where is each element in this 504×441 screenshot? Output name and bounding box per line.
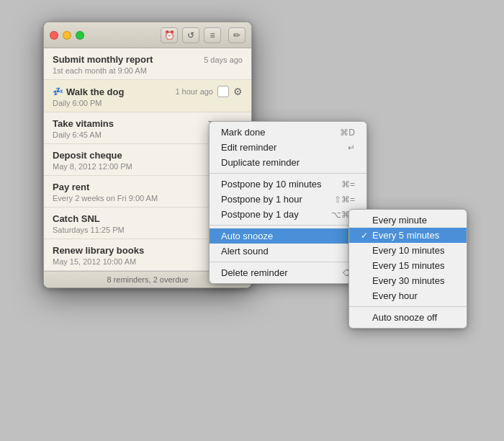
reminder-title: Catch SNL: [53, 213, 100, 224]
reminder-sub-walk: Daily 6:00 PM: [53, 99, 243, 107]
reminder-title: Renew library books: [53, 245, 144, 256]
menu-item-label: Postpone by 1 day: [221, 209, 299, 220]
auto-snooze-submenu: Every minute ✓ Every 5 minutes Every 10 …: [348, 209, 467, 329]
submenu-item-label: Every hour: [372, 290, 418, 301]
menu-separator-2: [210, 225, 366, 226]
clock-icon: ⏰: [164, 30, 175, 40]
menu-separator-1: [210, 173, 366, 174]
menu-item-label: Mark done: [221, 127, 265, 138]
submenu-item-label: Every 10 minutes: [372, 245, 444, 256]
submenu-item-auto-snooze-off[interactable]: Auto snooze off: [349, 310, 467, 325]
menu-item-delete-reminder[interactable]: Delete reminder ⌫: [210, 265, 366, 280]
submenu-item-label: Every 15 minutes: [372, 260, 444, 271]
menu-item-label: Edit reminder: [221, 142, 276, 153]
clock-icon-btn[interactable]: ⏰: [161, 27, 178, 43]
refresh-icon-btn[interactable]: ↺: [182, 27, 199, 43]
menu-item-shortcut: ⇧⌘=: [334, 195, 355, 205]
submenu-item-label: Every 30 minutes: [372, 275, 444, 286]
submenu-item-every-15-minutes[interactable]: Every 15 minutes: [349, 258, 467, 273]
reminder-title: Submit monthly report: [53, 54, 153, 65]
minimize-button[interactable]: [63, 31, 71, 40]
menu-item-label: Duplicate reminder: [221, 157, 300, 168]
title-bar: ⏰ ↺ ≡ ✏: [44, 22, 251, 48]
menu-item-edit-reminder[interactable]: Edit reminder ↵: [210, 140, 366, 155]
menu-item-postpone-1hr[interactable]: Postpone by 1 hour ⇧⌘=: [210, 192, 366, 207]
gear-icon[interactable]: ⚙: [233, 86, 243, 97]
menu-separator-3: [210, 262, 366, 262]
menu-item-postpone-10min[interactable]: Postpone by 10 minutes ⌘=: [210, 177, 366, 192]
context-menu: Mark done ⌘D Edit reminder ↵ Duplicate r…: [209, 121, 367, 284]
sleep-icon: 💤: [53, 86, 63, 97]
menu-item-duplicate-reminder[interactable]: Duplicate reminder: [210, 155, 366, 170]
submenu-item-every-minute[interactable]: Every minute: [349, 213, 467, 228]
menu-item-label: Postpone by 10 minutes: [221, 179, 321, 190]
reminder-item-submit-monthly[interactable]: Submit monthly report 5 days ago 1st eac…: [44, 48, 251, 80]
submenu-item-every-10-minutes[interactable]: Every 10 minutes: [349, 243, 467, 258]
compose-icon: ✏: [233, 30, 240, 40]
maximize-button[interactable]: [76, 31, 84, 40]
reminder-item-walk-dog[interactable]: 💤 Walk the dog 1 hour ago ⚙ Daily 6:00 P…: [44, 80, 251, 112]
submenu-item-every-5-minutes[interactable]: ✓ Every 5 minutes: [349, 228, 467, 243]
list-icon: ≡: [210, 30, 215, 40]
menu-item-postpone-1day[interactable]: Postpone by 1 day ⌥⌘=: [210, 207, 366, 222]
checkmark-icon: ✓: [361, 231, 372, 241]
refresh-icon: ↺: [187, 30, 194, 40]
status-text: 8 reminders, 2 overdue: [107, 275, 188, 284]
menu-item-shortcut: ↵: [348, 143, 355, 153]
reminder-title: Deposit cheque: [53, 150, 122, 161]
menu-item-alert-sound[interactable]: Alert sound ▶: [210, 244, 366, 259]
list-icon-btn[interactable]: ≡: [204, 27, 221, 43]
reminder-title: Pay rent: [53, 182, 89, 192]
compose-icon-btn[interactable]: ✏: [228, 27, 246, 43]
menu-item-auto-snooze[interactable]: Auto snooze ▶: [210, 228, 366, 244]
selected-row-title: 💤 Walk the dog: [53, 86, 124, 97]
submenu-item-label: Auto snooze off: [372, 312, 437, 323]
menu-item-mark-done[interactable]: Mark done ⌘D: [210, 125, 366, 140]
menu-item-shortcut: ⌘D: [340, 128, 355, 138]
menu-item-label: Auto snooze: [221, 231, 273, 241]
menu-item-shortcut: ⌘=: [341, 179, 355, 190]
selected-row-icons: 1 hour ago ⚙: [175, 86, 243, 97]
submenu-separator: [349, 306, 467, 307]
check-icon[interactable]: [217, 86, 229, 97]
submenu-item-label: Every minute: [372, 215, 427, 226]
close-button[interactable]: [50, 31, 58, 40]
reminder-time: 5 days ago: [204, 55, 243, 64]
reminder-sub: 1st each month at 9:00 AM: [53, 66, 243, 75]
menu-item-label: Alert sound: [221, 246, 269, 257]
traffic-lights: [50, 31, 84, 40]
submenu-item-label: Every 5 minutes: [372, 230, 439, 241]
submenu-item-every-hour[interactable]: Every hour: [349, 288, 467, 303]
menu-item-label: Delete reminder: [221, 267, 288, 278]
menu-item-label: Postpone by 1 hour: [221, 194, 302, 205]
reminder-title: Take vitamins: [53, 118, 114, 129]
submenu-item-every-30-minutes[interactable]: Every 30 minutes: [349, 273, 467, 288]
title-icons: ⏰ ↺ ≡ ✏: [161, 27, 246, 43]
